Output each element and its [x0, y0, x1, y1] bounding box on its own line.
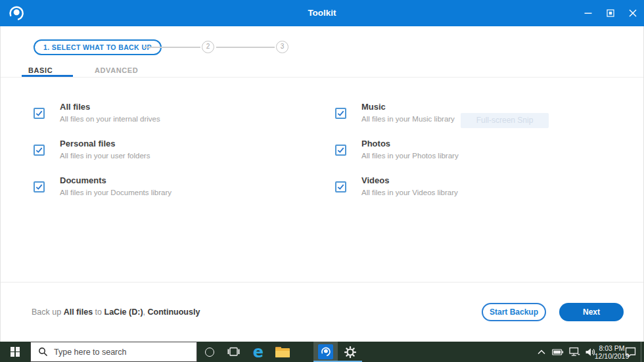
svg-text:e: e: [252, 344, 263, 360]
item-title: All files: [60, 102, 160, 112]
checkbox-personal-files[interactable]: [34, 145, 45, 156]
summary-prefix: Back up: [32, 307, 61, 317]
checkbox-all-files[interactable]: [34, 108, 45, 119]
backup-item-all-files[interactable]: All files All files on your internal dri…: [34, 102, 160, 123]
ghost-tooltip: Full-screen Snip: [461, 113, 549, 128]
folder-icon: [275, 347, 290, 357]
tabs-divider: [1, 77, 643, 78]
item-description: All files in your user folders: [60, 152, 150, 160]
taskbar: e: [0, 342, 644, 362]
chevron-up-icon: [537, 349, 546, 355]
checkbox-music[interactable]: [335, 108, 346, 119]
step-connector-2: [216, 47, 275, 48]
item-title: Music: [361, 102, 455, 112]
summary-selection: All files: [64, 307, 93, 317]
next-button[interactable]: Next: [559, 303, 624, 321]
tray-expand-button[interactable]: [535, 342, 548, 362]
cortana-icon: [205, 348, 214, 357]
tab-advanced[interactable]: ADVANCED: [95, 66, 138, 74]
checkmark-icon: [336, 109, 345, 118]
summary-separator: ,: [143, 307, 145, 317]
network-tray-button[interactable]: [566, 342, 582, 362]
maximize-icon: [607, 9, 614, 17]
start-button[interactable]: [0, 342, 30, 362]
tab-basic[interactable]: BASIC: [28, 66, 53, 74]
summary-to: to: [95, 307, 102, 317]
toolkit-taskbar-button[interactable]: [313, 342, 338, 362]
titlebar: Toolkit: [0, 0, 644, 26]
action-center-button[interactable]: [620, 342, 640, 362]
window-title: Toolkit: [0, 0, 644, 26]
start-backup-button[interactable]: Start Backup: [482, 303, 546, 321]
item-description: All files in your Videos library: [361, 189, 458, 196]
checkbox-photos[interactable]: [335, 145, 346, 156]
minimize-button[interactable]: [577, 0, 599, 26]
item-description: All files in your Music library: [361, 115, 455, 123]
action-center-icon: [625, 347, 636, 357]
task-view-button[interactable]: [221, 342, 246, 362]
task-view-icon: [227, 347, 240, 357]
window-controls: [577, 0, 644, 26]
item-title: Videos: [361, 175, 458, 185]
checkmark-icon: [336, 183, 345, 191]
gear-icon: [344, 346, 356, 358]
search-icon: [38, 347, 48, 357]
backup-item-photos[interactable]: Photos All files in your Photos library: [335, 139, 459, 160]
item-description: All files in your Photos library: [361, 152, 459, 160]
item-title: Photos: [361, 139, 459, 148]
step-1-pill[interactable]: 1. SELECT WHAT TO BACK UP: [34, 39, 162, 55]
item-description: All files in your Documents library: [60, 189, 172, 196]
backup-item-personal-files[interactable]: Personal files All files in your user fo…: [34, 139, 150, 160]
checkbox-documents[interactable]: [34, 181, 45, 192]
maximize-button[interactable]: [599, 0, 622, 26]
speaker-icon: [585, 348, 595, 357]
checkbox-videos[interactable]: [335, 181, 346, 192]
windows-logo-icon: [11, 347, 20, 357]
toolkit-app-icon: [318, 344, 333, 359]
backup-summary: Back up All files to LaCie (D:), Continu…: [32, 307, 200, 317]
close-button[interactable]: [622, 0, 644, 26]
step-connector-1: [144, 47, 200, 48]
step-3-circle[interactable]: 3: [276, 41, 288, 53]
backup-item-documents[interactable]: Documents All files in your Documents li…: [34, 175, 172, 196]
cortana-button[interactable]: [197, 342, 221, 362]
toolkit-app-window: Toolkit: [0, 0, 644, 342]
settings-button[interactable]: [338, 342, 362, 362]
minimize-icon: [584, 9, 592, 17]
desktop-screen: Toolkit: [0, 0, 644, 362]
checkmark-icon: [35, 109, 43, 118]
checkmark-icon: [336, 146, 345, 154]
search-input[interactable]: [54, 348, 182, 357]
checkmark-icon: [35, 183, 43, 191]
checkmark-icon: [35, 146, 43, 154]
battery-tray-button[interactable]: [551, 342, 565, 362]
edge-icon: e: [250, 344, 266, 360]
show-desktop-button[interactable]: [641, 342, 641, 362]
network-icon: [569, 347, 580, 357]
file-explorer-button[interactable]: [270, 342, 294, 362]
battery-icon: [552, 348, 564, 356]
backup-item-music[interactable]: Music All files in your Music library: [335, 102, 455, 123]
footer-divider: [1, 282, 643, 283]
edge-button[interactable]: e: [246, 342, 270, 362]
item-title: Documents: [60, 175, 172, 185]
item-description: All files on your internal drives: [60, 115, 160, 123]
summary-target: LaCie (D:): [104, 307, 143, 317]
item-title: Personal files: [60, 139, 150, 148]
close-icon: [629, 9, 637, 17]
taskbar-search[interactable]: [30, 342, 197, 362]
summary-frequency: Continuously: [148, 307, 200, 317]
step-2-circle[interactable]: 2: [202, 41, 214, 53]
backup-item-videos[interactable]: Videos All files in your Videos library: [335, 175, 458, 196]
